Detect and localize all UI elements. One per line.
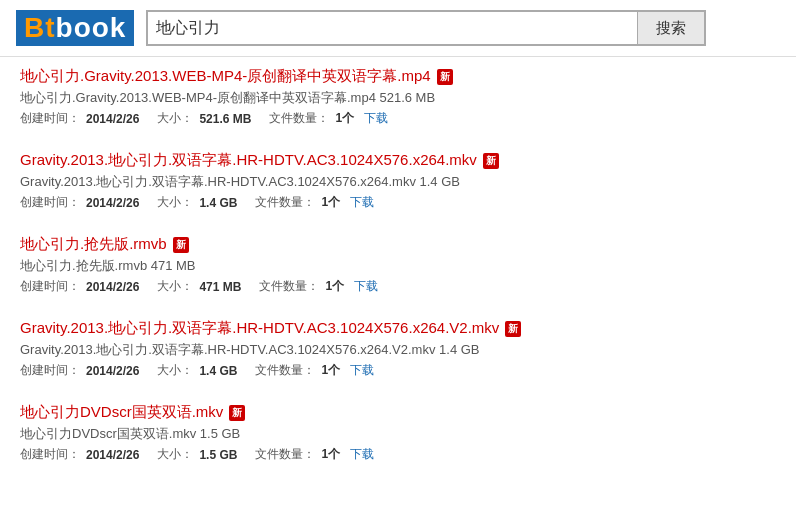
download-link-4[interactable]: 下载: [350, 362, 374, 379]
results-list: 地心引力.Gravity.2013.WEB-MP4-原创翻译中英双语字幕.mp4…: [0, 57, 796, 497]
result-title-5[interactable]: 地心引力DVDscr国英双语.mkv新: [20, 403, 245, 422]
size-value-1: 521.6 MB: [199, 112, 251, 126]
result-item-4: Gravity.2013.地心引力.双语字幕.HR-HDTV.AC3.1024X…: [20, 319, 776, 383]
search-input[interactable]: [146, 10, 637, 46]
download-link-3[interactable]: 下载: [354, 278, 378, 295]
result-meta-3: 创建时间：2014/2/26 大小：471 MB 文件数量：1个下载: [20, 278, 776, 295]
count-value-4: 1个: [321, 362, 340, 379]
result-title-4[interactable]: Gravity.2013.地心引力.双语字幕.HR-HDTV.AC3.1024X…: [20, 319, 521, 338]
size-label-1: 大小：: [145, 110, 193, 127]
count-label-3: 文件数量：: [247, 278, 319, 295]
new-badge-2: 新: [483, 153, 499, 169]
date-label-3: 创建时间：: [20, 278, 80, 295]
result-meta-4: 创建时间：2014/2/26 大小：1.4 GB 文件数量：1个下载: [20, 362, 776, 379]
result-desc-3: 地心引力.抢先版.rmvb 471 MB: [20, 257, 776, 275]
logo: Btbook: [16, 10, 134, 46]
date-value-5: 2014/2/26: [86, 448, 139, 462]
result-desc-5: 地心引力DVDscr国英双语.mkv 1.5 GB: [20, 425, 776, 443]
result-desc-1: 地心引力.Gravity.2013.WEB-MP4-原创翻译中英双语字幕.mp4…: [20, 89, 776, 107]
size-label-4: 大小：: [145, 362, 193, 379]
result-meta-5: 创建时间：2014/2/26 大小：1.5 GB 文件数量：1个下载: [20, 446, 776, 463]
count-value-1: 1个: [335, 110, 354, 127]
count-label-1: 文件数量：: [257, 110, 329, 127]
result-title-text-4: Gravity.2013.地心引力.双语字幕.HR-HDTV.AC3.1024X…: [20, 319, 499, 338]
size-label-5: 大小：: [145, 446, 193, 463]
date-label-1: 创建时间：: [20, 110, 80, 127]
result-item-5: 地心引力DVDscr国英双语.mkv新地心引力DVDscr国英双语.mkv 1.…: [20, 403, 776, 467]
result-meta-1: 创建时间：2014/2/26 大小：521.6 MB 文件数量：1个下载: [20, 110, 776, 127]
count-value-3: 1个: [325, 278, 344, 295]
date-label-5: 创建时间：: [20, 446, 80, 463]
date-label-2: 创建时间：: [20, 194, 80, 211]
result-item-3: 地心引力.抢先版.rmvb新地心引力.抢先版.rmvb 471 MB创建时间：2…: [20, 235, 776, 299]
result-title-1[interactable]: 地心引力.Gravity.2013.WEB-MP4-原创翻译中英双语字幕.mp4…: [20, 67, 453, 86]
size-value-4: 1.4 GB: [199, 364, 237, 378]
download-link-1[interactable]: 下载: [364, 110, 388, 127]
new-badge-3: 新: [173, 237, 189, 253]
result-title-2[interactable]: Gravity.2013.地心引力.双语字幕.HR-HDTV.AC3.1024X…: [20, 151, 499, 170]
size-value-5: 1.5 GB: [199, 448, 237, 462]
result-title-3[interactable]: 地心引力.抢先版.rmvb新: [20, 235, 189, 254]
count-label-5: 文件数量：: [243, 446, 315, 463]
new-badge-4: 新: [505, 321, 521, 337]
download-link-2[interactable]: 下载: [350, 194, 374, 211]
size-label-2: 大小：: [145, 194, 193, 211]
result-desc-2: Gravity.2013.地心引力.双语字幕.HR-HDTV.AC3.1024X…: [20, 173, 776, 191]
count-value-2: 1个: [321, 194, 340, 211]
count-label-2: 文件数量：: [243, 194, 315, 211]
size-value-2: 1.4 GB: [199, 196, 237, 210]
download-link-5[interactable]: 下载: [350, 446, 374, 463]
new-badge-1: 新: [437, 69, 453, 85]
size-value-3: 471 MB: [199, 280, 241, 294]
result-title-text-2: Gravity.2013.地心引力.双语字幕.HR-HDTV.AC3.1024X…: [20, 151, 477, 170]
search-bar: 搜索: [146, 10, 706, 46]
count-value-5: 1个: [321, 446, 340, 463]
logo-bt: Bt: [24, 12, 56, 43]
date-value-2: 2014/2/26: [86, 196, 139, 210]
date-label-4: 创建时间：: [20, 362, 80, 379]
result-meta-2: 创建时间：2014/2/26 大小：1.4 GB 文件数量：1个下载: [20, 194, 776, 211]
result-title-text-3: 地心引力.抢先版.rmvb: [20, 235, 167, 254]
result-item-2: Gravity.2013.地心引力.双语字幕.HR-HDTV.AC3.1024X…: [20, 151, 776, 215]
new-badge-5: 新: [229, 405, 245, 421]
date-value-1: 2014/2/26: [86, 112, 139, 126]
header: Btbook 搜索: [0, 0, 796, 57]
result-desc-4: Gravity.2013.地心引力.双语字幕.HR-HDTV.AC3.1024X…: [20, 341, 776, 359]
count-label-4: 文件数量：: [243, 362, 315, 379]
date-value-4: 2014/2/26: [86, 364, 139, 378]
date-value-3: 2014/2/26: [86, 280, 139, 294]
result-title-text-1: 地心引力.Gravity.2013.WEB-MP4-原创翻译中英双语字幕.mp4: [20, 67, 431, 86]
search-button[interactable]: 搜索: [637, 10, 706, 46]
result-title-text-5: 地心引力DVDscr国英双语.mkv: [20, 403, 223, 422]
size-label-3: 大小：: [145, 278, 193, 295]
result-item-1: 地心引力.Gravity.2013.WEB-MP4-原创翻译中英双语字幕.mp4…: [20, 67, 776, 131]
logo-book: book: [56, 12, 127, 43]
